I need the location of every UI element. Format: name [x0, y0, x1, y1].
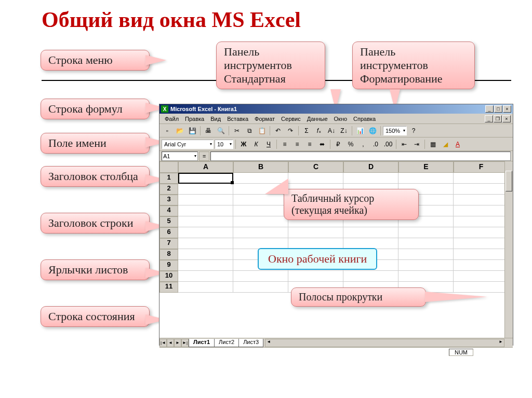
- cell[interactable]: [454, 238, 509, 249]
- menu-edit[interactable]: Правка: [182, 115, 207, 123]
- row-header[interactable]: 10: [159, 271, 178, 282]
- cell[interactable]: [178, 271, 233, 282]
- cell[interactable]: [178, 249, 233, 260]
- cell[interactable]: [178, 195, 233, 205]
- tab-next-icon[interactable]: ►: [174, 339, 181, 347]
- dec-decimal-icon[interactable]: .00: [382, 139, 394, 149]
- cell[interactable]: [398, 271, 454, 282]
- cell[interactable]: [454, 216, 509, 227]
- row-header[interactable]: 4: [159, 205, 178, 216]
- italic-icon[interactable]: К: [250, 139, 262, 149]
- redo-icon[interactable]: ↷: [285, 126, 296, 136]
- cell[interactable]: [178, 205, 233, 216]
- sheet-tab[interactable]: Лист3: [238, 339, 263, 347]
- cell[interactable]: [233, 195, 288, 205]
- currency-icon[interactable]: ₽: [332, 139, 344, 149]
- vertical-scrollbar[interactable]: [504, 161, 513, 338]
- cell[interactable]: [288, 227, 343, 238]
- row-header[interactable]: 5: [159, 216, 178, 227]
- col-header[interactable]: D: [343, 161, 398, 173]
- help-icon[interactable]: ?: [408, 126, 419, 136]
- menu-file[interactable]: Файл: [162, 115, 182, 123]
- cell[interactable]: [398, 238, 454, 249]
- cell[interactable]: [233, 238, 288, 249]
- row-header[interactable]: 11: [159, 282, 178, 293]
- row-header[interactable]: 9: [159, 260, 178, 271]
- font-size-select[interactable]: 10: [215, 140, 233, 149]
- cell[interactable]: [454, 173, 509, 184]
- cell[interactable]: [178, 238, 233, 249]
- minimize-button[interactable]: _: [485, 105, 494, 113]
- zoom-select[interactable]: 150%: [383, 126, 407, 135]
- cell[interactable]: [454, 260, 509, 271]
- align-right-icon[interactable]: ≡: [304, 139, 315, 149]
- close-button[interactable]: ×: [503, 105, 511, 113]
- cell[interactable]: [398, 173, 454, 184]
- paste-icon[interactable]: 📋: [256, 126, 268, 136]
- row-header[interactable]: 1: [159, 173, 178, 184]
- cell[interactable]: [233, 216, 288, 227]
- fill-color-icon[interactable]: ◢: [440, 139, 451, 149]
- cell[interactable]: [233, 282, 288, 293]
- doc-restore-button[interactable]: ❐: [494, 115, 502, 122]
- underline-icon[interactable]: Ч: [263, 139, 274, 149]
- cell[interactable]: [454, 271, 509, 282]
- menu-tools[interactable]: Сервис: [278, 115, 304, 123]
- sum-icon[interactable]: Σ: [301, 126, 312, 136]
- percent-icon[interactable]: %: [345, 139, 356, 149]
- doc-close-button[interactable]: ×: [502, 115, 511, 122]
- menu-help[interactable]: Справка: [350, 115, 379, 123]
- cell[interactable]: [233, 227, 288, 238]
- name-box[interactable]: A1: [162, 152, 198, 161]
- cell[interactable]: [398, 227, 454, 238]
- tab-last-icon[interactable]: ►|: [181, 339, 189, 347]
- tab-prev-icon[interactable]: ◄: [167, 339, 174, 347]
- cell[interactable]: [454, 249, 509, 260]
- align-center-icon[interactable]: ≡: [291, 139, 303, 149]
- chart-icon[interactable]: 📊: [354, 126, 366, 136]
- bold-icon[interactable]: Ж: [238, 139, 249, 149]
- font-color-icon[interactable]: A: [452, 139, 463, 149]
- select-all-corner[interactable]: [159, 161, 178, 173]
- align-left-icon[interactable]: ≡: [279, 139, 290, 149]
- new-icon[interactable]: ▫: [162, 126, 173, 136]
- cell[interactable]: [178, 216, 233, 227]
- cell[interactable]: [343, 271, 398, 282]
- sort-desc-icon[interactable]: Z↓: [338, 126, 350, 136]
- sheet-tab[interactable]: Лист2: [214, 339, 239, 347]
- copy-icon[interactable]: ⧉: [244, 126, 255, 136]
- font-name-select[interactable]: Arial Cyr: [162, 140, 214, 149]
- cell[interactable]: [454, 195, 509, 205]
- indent-inc-icon[interactable]: ⇥: [411, 139, 422, 149]
- cell[interactable]: [178, 184, 233, 195]
- fx-button[interactable]: =: [199, 152, 209, 161]
- borders-icon[interactable]: ▦: [427, 139, 438, 149]
- merge-icon[interactable]: ⬌: [316, 139, 328, 149]
- cell[interactable]: [454, 282, 509, 293]
- doc-minimize-button[interactable]: _: [485, 115, 493, 122]
- undo-icon[interactable]: ↶: [272, 126, 284, 136]
- cell[interactable]: [233, 271, 288, 282]
- cell[interactable]: [398, 249, 454, 260]
- comma-icon[interactable]: ,: [357, 139, 369, 149]
- formula-input[interactable]: [210, 152, 511, 161]
- cut-icon[interactable]: ✂: [231, 126, 243, 136]
- col-header[interactable]: E: [398, 161, 454, 173]
- maximize-button[interactable]: □: [494, 105, 502, 113]
- cell[interactable]: [178, 227, 233, 238]
- menu-view[interactable]: Вид: [207, 115, 224, 123]
- col-header[interactable]: C: [288, 161, 343, 173]
- cell[interactable]: [288, 238, 343, 249]
- cell[interactable]: [454, 205, 509, 216]
- inc-decimal-icon[interactable]: .0: [370, 139, 381, 149]
- cell[interactable]: [398, 260, 454, 271]
- cell[interactable]: [343, 227, 398, 238]
- cell[interactable]: [343, 238, 398, 249]
- col-header[interactable]: F: [454, 161, 509, 173]
- print-icon[interactable]: 🖶: [203, 126, 214, 136]
- tab-first-icon[interactable]: |◄: [159, 339, 167, 347]
- sheet-tab[interactable]: Лист1: [189, 339, 215, 347]
- row-header[interactable]: 3: [159, 195, 178, 205]
- cell[interactable]: [288, 173, 343, 184]
- horizontal-scrollbar[interactable]: [265, 339, 504, 347]
